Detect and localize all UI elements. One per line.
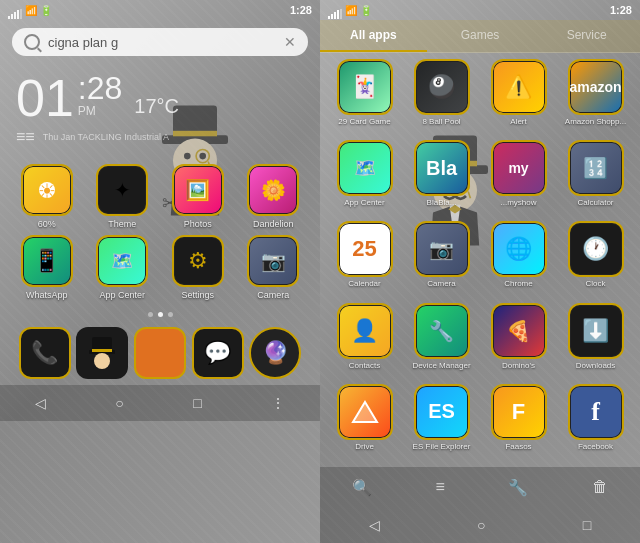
app-label: App Center bbox=[99, 290, 145, 300]
app-icon-myshow[interactable]: my bbox=[491, 140, 547, 196]
app-label: Theme bbox=[108, 219, 136, 229]
app-item[interactable]: my ...myshow bbox=[482, 140, 555, 217]
app-item[interactable]: f Facebook bbox=[559, 384, 632, 461]
app-item[interactable]: 🖼️ Photos bbox=[163, 164, 233, 229]
app-item[interactable]: amazon Amazon Shopp... bbox=[559, 59, 632, 136]
app-icon-downloads[interactable]: ⬇️ bbox=[568, 303, 624, 359]
svg-point-19 bbox=[94, 353, 110, 369]
app-icon-photos[interactable]: 🖼️ bbox=[172, 164, 224, 216]
back-button-right[interactable]: ◁ bbox=[369, 517, 380, 533]
svg-rect-23 bbox=[337, 10, 339, 19]
dock-gentleman[interactable] bbox=[76, 327, 128, 379]
search-bar[interactable]: cigna plan g ✕ bbox=[12, 28, 308, 56]
bottom-bar-right: 🔍 ≡ 🔧 🗑 bbox=[320, 467, 640, 507]
app-item[interactable]: 🃏 29 Card Game bbox=[328, 59, 401, 136]
svg-rect-1 bbox=[11, 14, 13, 19]
app-item[interactable]: Bla BlaBla... bbox=[405, 140, 478, 217]
dock-ball[interactable]: 🔮 bbox=[249, 327, 301, 379]
search-bottom-icon[interactable]: 🔍 bbox=[352, 478, 372, 497]
menu-bottom-icon[interactable]: ≡ bbox=[435, 478, 444, 496]
menu-button[interactable]: ⋮ bbox=[271, 395, 285, 411]
tab-all-apps[interactable]: All apps bbox=[320, 20, 427, 52]
app-icon-alert[interactable]: ⚠️ bbox=[491, 59, 547, 115]
app-item[interactable]: 🔢 Calculator bbox=[559, 140, 632, 217]
app-icon-chrome[interactable]: 🌐 bbox=[491, 221, 547, 277]
app-icon-calculator[interactable]: 🔢 bbox=[568, 140, 624, 196]
recent-button-right[interactable]: □ bbox=[583, 517, 591, 533]
app-icon-camera-r[interactable]: 📷 bbox=[414, 221, 470, 277]
app-icon-contacts[interactable]: 👤 bbox=[337, 303, 393, 359]
app-item[interactable]: 🎱 8 Ball Pool bbox=[405, 59, 478, 136]
dock-messages[interactable]: 💬 bbox=[192, 327, 244, 379]
app-icon-devicemanager[interactable]: 🔧 bbox=[414, 303, 470, 359]
back-button[interactable]: ◁ bbox=[35, 395, 46, 411]
dock-grid[interactable] bbox=[134, 327, 186, 379]
page-dots bbox=[0, 312, 320, 317]
app-label: Camera bbox=[257, 290, 289, 300]
clear-bottom-icon[interactable]: 🗑 bbox=[592, 478, 608, 496]
app-item[interactable]: 🌼 Dandelion bbox=[239, 164, 309, 229]
app-grid-left: ☀ 60% ✦ Theme 🖼️ Photos 🌼 Dandelion 📱 bbox=[0, 156, 320, 308]
app-item[interactable]: 🍕 Domino's bbox=[482, 303, 555, 380]
app-label: App Center bbox=[344, 198, 384, 207]
app-item[interactable]: F Faasos bbox=[482, 384, 555, 461]
app-item[interactable]: ☀ 60% bbox=[12, 164, 82, 229]
app-icon-29cardgame[interactable]: 🃏 bbox=[337, 59, 393, 115]
app-item[interactable]: 🕐 Clock bbox=[559, 221, 632, 298]
app-item[interactable]: 👤 Contacts bbox=[328, 303, 401, 380]
app-icon-dominos[interactable]: 🍕 bbox=[491, 303, 547, 359]
app-item[interactable]: ⚠️ Alert bbox=[482, 59, 555, 136]
app-item[interactable]: ⚙ Settings bbox=[163, 235, 233, 300]
weather-icon: ≡≡ bbox=[16, 128, 35, 146]
app-item[interactable]: 🌐 Chrome bbox=[482, 221, 555, 298]
app-item[interactable]: 🗺️ App Center bbox=[328, 140, 401, 217]
search-clear-icon[interactable]: ✕ bbox=[284, 34, 296, 50]
app-item[interactable]: ⬇️ Downloads bbox=[559, 303, 632, 380]
app-icon-dandelion[interactable]: 🌼 bbox=[247, 164, 299, 216]
app-icon-esfile[interactable]: ES bbox=[414, 384, 470, 440]
app-item[interactable]: 📱 WhatsApp bbox=[12, 235, 82, 300]
app-icon-settings[interactable]: ⚙ bbox=[172, 235, 224, 287]
app-label: ...myshow bbox=[500, 198, 536, 207]
app-item[interactable]: 25 Calendar bbox=[328, 221, 401, 298]
app-icon-theme[interactable]: ✦ bbox=[96, 164, 148, 216]
app-icon-amazon[interactable]: amazon bbox=[568, 59, 624, 115]
status-bar-left: 📶 🔋 1:28 bbox=[0, 0, 320, 20]
signal-icon-right bbox=[328, 5, 342, 15]
app-icon-blabla[interactable]: Bla bbox=[414, 140, 470, 196]
home-button[interactable]: ○ bbox=[115, 395, 123, 411]
app-icon-drive[interactable] bbox=[337, 384, 393, 440]
svg-rect-24 bbox=[340, 9, 342, 19]
app-item[interactable]: Drive bbox=[328, 384, 401, 461]
tab-service[interactable]: Service bbox=[533, 20, 640, 52]
dot bbox=[168, 312, 173, 317]
tab-games[interactable]: Games bbox=[427, 20, 534, 52]
app-item[interactable]: ES ES File Explorer bbox=[405, 384, 478, 461]
app-icon-appcenter-r[interactable]: 🗺️ bbox=[337, 140, 393, 196]
app-icon-8ballpool[interactable]: 🎱 bbox=[414, 59, 470, 115]
app-item[interactable]: 📷 Camera bbox=[239, 235, 309, 300]
app-item[interactable]: ✦ Theme bbox=[88, 164, 158, 229]
battery-icon: 🔋 bbox=[40, 5, 52, 16]
dock-phone[interactable]: 📞 bbox=[19, 327, 71, 379]
app-label: 8 Ball Pool bbox=[422, 117, 460, 126]
settings-bottom-icon[interactable]: 🔧 bbox=[508, 478, 528, 497]
app-item[interactable]: 🔧 Device Manager bbox=[405, 303, 478, 380]
app-label: ES File Explorer bbox=[413, 442, 471, 451]
app-icon-clock[interactable]: 🕐 bbox=[568, 221, 624, 277]
svg-rect-2 bbox=[14, 12, 16, 19]
app-icon-whatsapp[interactable]: 📱 bbox=[21, 235, 73, 287]
app-icon-brightness[interactable]: ☀ bbox=[21, 164, 73, 216]
app-icon-appcenter[interactable]: 🗺️ bbox=[96, 235, 148, 287]
recent-button[interactable]: □ bbox=[193, 395, 201, 411]
app-icon-faasos[interactable]: F bbox=[491, 384, 547, 440]
app-label: Chrome bbox=[504, 279, 532, 288]
app-item[interactable]: 🗺️ App Center bbox=[88, 235, 158, 300]
app-icon-calendar[interactable]: 25 bbox=[337, 221, 393, 277]
app-item[interactable]: 📷 Camera bbox=[405, 221, 478, 298]
svg-rect-22 bbox=[334, 12, 336, 19]
app-icon-facebook[interactable]: f bbox=[568, 384, 624, 440]
app-label: Faasos bbox=[505, 442, 531, 451]
app-icon-camera[interactable]: 📷 bbox=[247, 235, 299, 287]
home-button-right[interactable]: ○ bbox=[477, 517, 485, 533]
